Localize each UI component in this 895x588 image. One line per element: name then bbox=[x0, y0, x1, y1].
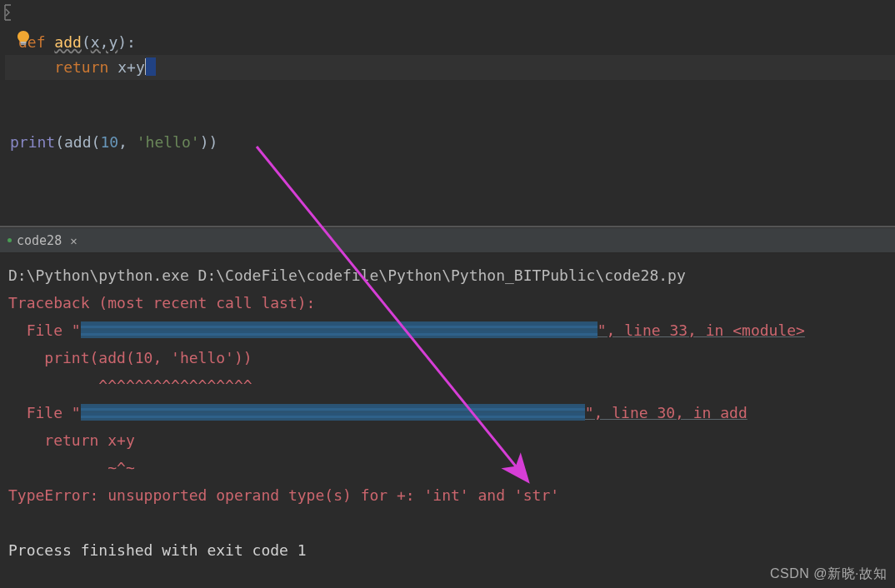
console-exit: Process finished with exit code 1 bbox=[8, 536, 895, 564]
tab-label: code28 bbox=[17, 233, 62, 248]
lightbulb-icon[interactable] bbox=[15, 30, 32, 50]
redacted-path bbox=[81, 404, 585, 421]
svg-rect-0 bbox=[21, 42, 27, 43]
console-traceback-header: Traceback (most recent call last): bbox=[8, 289, 895, 316]
editor-pane[interactable]: def add(x,y): return x+y print(add(10, '… bbox=[0, 0, 895, 226]
console-callsite-2: return x+y bbox=[8, 426, 895, 454]
code-line-5[interactable]: print(add(10, 'hello')) bbox=[5, 130, 895, 155]
redacted-path bbox=[81, 321, 598, 338]
code-line-1[interactable]: def add(x,y): bbox=[5, 5, 895, 55]
selection-highlight bbox=[146, 57, 156, 76]
param-list: x,y bbox=[91, 33, 118, 51]
console-callsite-1: print(add(10, 'hello')) bbox=[8, 344, 895, 371]
console-file-ref-2: File "", line 30, in add bbox=[8, 399, 895, 426]
function-name: add bbox=[54, 33, 82, 51]
console-caret-1: ^^^^^^^^^^^^^^^^^ bbox=[8, 371, 895, 399]
close-icon[interactable]: ✕ bbox=[70, 234, 77, 247]
tab-code28[interactable]: code28 ✕ bbox=[4, 228, 86, 252]
code-line-3[interactable] bbox=[5, 80, 895, 105]
console-caret-2: ~^~ bbox=[8, 454, 895, 481]
console-command: D:\Python\python.exe D:\CodeFile\codefil… bbox=[8, 262, 895, 289]
watermark: CSDN @新晓·故知 bbox=[770, 566, 887, 583]
console-pane[interactable]: D:\Python\python.exe D:\CodeFile\codefil… bbox=[0, 253, 895, 564]
code-line-2[interactable]: return x+y bbox=[5, 55, 895, 80]
console-error: TypeError: unsupported operand type(s) f… bbox=[8, 481, 895, 509]
builtin-print: print bbox=[10, 133, 55, 151]
console-tab-bar: code28 ✕ bbox=[0, 227, 895, 253]
svg-rect-1 bbox=[21, 43, 26, 45]
code-line-4[interactable] bbox=[5, 105, 895, 130]
keyword-return: return bbox=[54, 58, 108, 76]
console-blank bbox=[8, 509, 895, 536]
console-file-ref-1: File "", line 33, in <module> bbox=[8, 316, 895, 344]
run-status-dot-icon bbox=[8, 238, 12, 242]
